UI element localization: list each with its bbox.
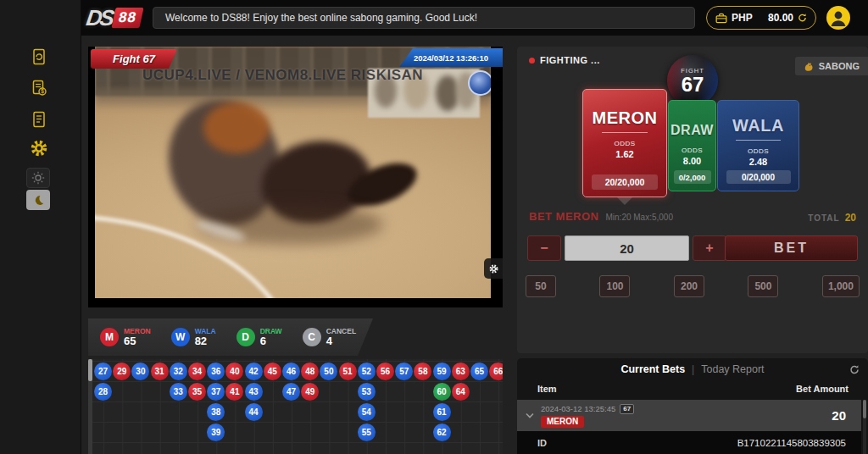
result-circle[interactable]: 27 — [94, 363, 112, 380]
id-label: ID — [537, 438, 547, 448]
draw-bet-card[interactable]: DRAW ODDS 8.00 0/2,000 — [668, 100, 716, 191]
result-circle[interactable]: 29 — [113, 363, 131, 380]
draw-count: 6 — [260, 335, 282, 347]
result-circle[interactable]: 42 — [245, 363, 263, 380]
draw-card-title: DRAW — [670, 123, 714, 138]
result-circle[interactable]: 50 — [320, 363, 337, 380]
result-circle[interactable]: 43 — [245, 383, 263, 401]
quick-chips: 50 100 200 500 1,000 — [526, 275, 860, 297]
decrease-amount-button[interactable]: − — [527, 235, 561, 261]
live-video-player[interactable]: UCUP4.LIVE / VENOM8.LIVE RISKISAN Fight … — [88, 47, 503, 307]
sidebar-item-rules[interactable] — [26, 107, 52, 132]
video-settings-button[interactable] — [484, 258, 503, 279]
result-circle[interactable]: 57 — [395, 363, 413, 380]
svg-text:$: $ — [41, 88, 44, 95]
bets-scrollbar[interactable] — [863, 400, 866, 454]
wala-card-title: WALA — [732, 116, 784, 136]
result-circle[interactable]: 56 — [376, 363, 394, 380]
results-scrollbar-thumb[interactable] — [88, 359, 92, 381]
result-circle[interactable]: 59 — [433, 363, 451, 380]
result-circle[interactable]: 53 — [358, 383, 376, 401]
bet-header: BET MERON Min:20 Max:5,000 — [529, 210, 673, 223]
tab-current-bets[interactable]: Current Bets — [620, 363, 685, 375]
result-circle[interactable]: 55 — [358, 424, 376, 441]
result-circle[interactable]: 54 — [358, 403, 376, 421]
increase-amount-button[interactable]: + — [693, 235, 726, 261]
bet-id-row: ID B1710221145803839305 — [517, 431, 861, 454]
video-scene: UCUP4.LIVE / VENOM8.LIVE RISKISAN — [95, 47, 491, 298]
chip-100[interactable]: 100 — [599, 275, 630, 297]
result-circle[interactable]: 35 — [188, 383, 206, 401]
result-circle[interactable]: 61 — [433, 403, 451, 421]
chip-50[interactable]: 50 — [526, 275, 556, 297]
result-circle[interactable]: 30 — [131, 363, 149, 380]
light-mode-toggle[interactable] — [26, 168, 50, 188]
cancel-count: 4 — [326, 335, 356, 347]
logo-88-text: 88 — [112, 8, 144, 28]
user-avatar[interactable] — [826, 6, 850, 30]
result-circle[interactable]: 38 — [207, 403, 225, 421]
result-circle[interactable]: 58 — [414, 363, 431, 380]
result-circle[interactable]: 31 — [151, 363, 169, 380]
wala-circle: W — [171, 328, 190, 346]
chip-500[interactable]: 500 — [748, 275, 778, 297]
bet-row[interactable]: 2024-03-12 13:25:45 67 MERON 20 — [517, 400, 861, 431]
result-circle[interactable]: 49 — [301, 383, 319, 401]
draw-circle: D — [236, 328, 255, 346]
wala-bet-card[interactable]: WALA ODDS 2.48 0/20,000 — [717, 100, 799, 191]
refresh-balance-icon[interactable] — [798, 13, 807, 23]
result-circle[interactable]: 37 — [207, 383, 225, 401]
result-circle[interactable]: 65 — [470, 363, 488, 380]
result-circle[interactable]: 41 — [225, 383, 243, 401]
chevron-down-icon — [526, 412, 534, 418]
result-circle[interactable]: 47 — [282, 383, 300, 401]
place-bet-button[interactable]: BET — [725, 235, 858, 261]
result-circle[interactable]: 32 — [170, 363, 187, 380]
selected-card-pointer — [617, 197, 632, 205]
results-scrollbar[interactable] — [88, 359, 92, 454]
result-circle[interactable]: 34 — [188, 363, 206, 380]
bet-limits: Min:20 Max:5,000 — [606, 213, 674, 222]
result-circle[interactable]: 52 — [358, 363, 376, 380]
amount-column-header: Bet Amount — [796, 384, 849, 394]
meron-odds-label: ODDS — [614, 140, 635, 147]
result-circle[interactable]: 46 — [282, 363, 300, 380]
meron-count: 65 — [124, 335, 151, 347]
bet-amount-input[interactable] — [565, 235, 689, 261]
tab-today-report[interactable]: Today Report — [701, 363, 764, 375]
result-circle[interactable]: 28 — [94, 383, 112, 401]
result-circle[interactable]: 51 — [339, 363, 357, 380]
sidebar-item-transactions[interactable]: $ — [26, 75, 52, 101]
card-divider — [736, 140, 781, 141]
card-divider — [602, 132, 648, 133]
wallet-balance[interactable]: PHP 80.00 — [706, 6, 816, 30]
chip-200[interactable]: 200 — [674, 275, 704, 297]
result-circle[interactable]: 63 — [452, 363, 470, 380]
meron-bet-card[interactable]: MERON ODDS 1.62 20/20,000 — [582, 89, 667, 197]
sabong-lobby-button[interactable]: SABONG — [795, 57, 868, 75]
result-circle[interactable]: 64 — [452, 383, 470, 401]
sidebar-item-bet-records[interactable] — [26, 44, 52, 69]
result-circle[interactable]: 66 — [489, 363, 503, 380]
timestamp-ribbon: 2024/03/12 13:26:10 — [399, 48, 503, 67]
result-circle[interactable]: 45 — [264, 363, 281, 380]
fight-number-ribbon: Fight 67 — [91, 49, 177, 69]
sidebar-item-settings[interactable] — [26, 136, 52, 161]
result-circle[interactable]: 62 — [433, 424, 451, 441]
result-circle[interactable]: 36 — [207, 363, 225, 380]
bet-time: 2024-03-12 13:25:45 — [541, 404, 615, 413]
result-circle[interactable]: 44 — [245, 403, 263, 421]
result-circle[interactable]: 39 — [207, 424, 225, 441]
bets-scrollbar-thumb[interactable] — [863, 400, 866, 418]
result-circle[interactable]: 60 — [433, 383, 451, 401]
refresh-bets-button[interactable] — [849, 363, 860, 379]
result-circle[interactable]: 40 — [225, 363, 243, 380]
result-circle[interactable]: 33 — [170, 383, 187, 401]
ds88-logo[interactable]: DS 88 — [86, 3, 154, 32]
chip-1000[interactable]: 1,000 — [822, 275, 860, 297]
result-circle[interactable]: 48 — [301, 363, 319, 380]
betting-panel: FIGHTING ... SABONG FIGHT 67 MERON ODDS … — [517, 47, 868, 353]
dark-mode-toggle[interactable] — [26, 190, 50, 210]
fight-status-text: FIGHTING ... — [540, 55, 600, 65]
wala-pool: 0/20,000 — [726, 170, 791, 184]
